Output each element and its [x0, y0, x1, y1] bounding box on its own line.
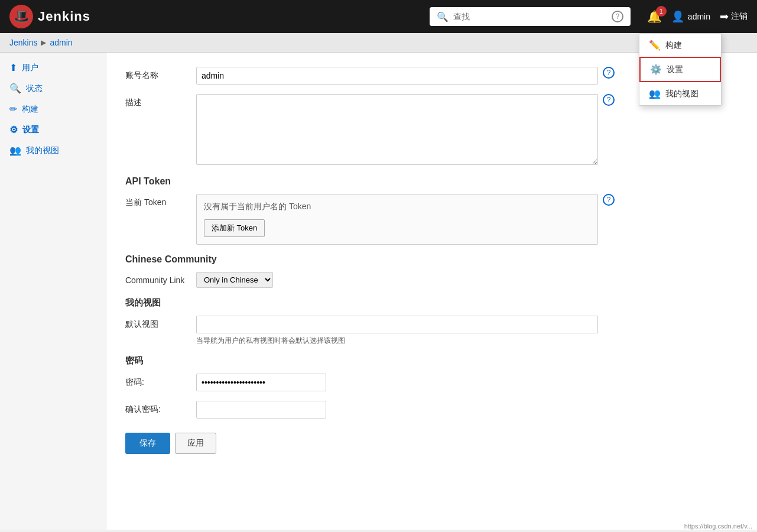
build-pencil-icon: ✏: [9, 103, 17, 115]
community-link-field: Only in Chinese All None: [196, 272, 598, 288]
sidebar-item-myviews[interactable]: 👥 我的视图: [0, 140, 106, 161]
sidebar-item-status[interactable]: 🔍 状态: [0, 78, 106, 99]
logout-button[interactable]: ➡ 注销: [720, 10, 748, 23]
default-view-hint: 当导航为用户的私有视图时将会默认选择该视图: [196, 336, 598, 346]
community-link-label: Community Link: [125, 272, 196, 285]
jenkins-logo-icon: 🎩: [9, 5, 33, 28]
user-icon: 👤: [671, 10, 684, 23]
current-token-label: 当前 Token: [125, 194, 196, 208]
dropdown-item-myviews[interactable]: 👥 我的视图: [639, 82, 721, 105]
password-label: 密码:: [125, 374, 196, 388]
search-bar: 🔍 ?: [430, 7, 631, 26]
default-view-input[interactable]: [196, 316, 598, 333]
notification-button[interactable]: 🔔 1: [647, 9, 662, 24]
community-link-row: Community Link Only in Chinese All None: [125, 272, 738, 288]
form-actions: 保存 应用: [125, 433, 738, 454]
sidebar-label-settings: 设置: [22, 125, 39, 135]
community-link-select[interactable]: Only in Chinese All None: [196, 272, 273, 288]
logout-label: 注销: [731, 11, 748, 22]
myviews-people-icon: 👥: [9, 145, 21, 156]
password-input[interactable]: [196, 374, 326, 391]
password-row: 密码:: [125, 374, 738, 391]
logout-icon: ➡: [720, 10, 729, 23]
account-name-label: 账号名称: [125, 67, 196, 81]
sidebar-label-myviews: 我的视图: [26, 145, 59, 156]
token-box-field: 没有属于当前用户名的 Token 添加新 Token: [196, 194, 598, 245]
sidebar-item-users[interactable]: ⬆ 用户: [0, 57, 106, 78]
password-section-header: 密码: [125, 355, 738, 366]
dropdown-item-settings[interactable]: ⚙️ 设置: [639, 57, 721, 82]
confirm-password-row: 确认密码:: [125, 401, 738, 419]
token-empty-text: 没有属于当前用户名的 Token: [204, 202, 590, 212]
logo[interactable]: 🎩 Jenkins: [9, 5, 90, 28]
default-view-field: 当导航为用户的私有视图时将会默认选择该视图: [196, 316, 598, 346]
save-button[interactable]: 保存: [125, 433, 170, 454]
description-label: 描述: [125, 94, 196, 108]
search-input[interactable]: [453, 12, 607, 21]
current-token-row: 当前 Token 没有属于当前用户名的 Token 添加新 Token ?: [125, 194, 738, 245]
api-token-section-header: API Token: [125, 176, 738, 187]
account-help-icon[interactable]: ?: [603, 67, 615, 79]
settings-icon: ⚙️: [650, 64, 662, 75]
password-field: [196, 374, 598, 391]
header: 🎩 Jenkins 🔍 ? 🔔 1 👤 admin ➡ 注销 ✏️ 构建 ⚙️ …: [0, 0, 757, 33]
sidebar-label-build: 构建: [22, 104, 38, 115]
footer-url: https://blog.csdn.net/v...: [684, 523, 752, 530]
status-icon: 🔍: [9, 83, 21, 94]
header-title: Jenkins: [38, 9, 90, 24]
search-icon: 🔍: [437, 11, 449, 22]
dropdown-item-build[interactable]: ✏️ 构建: [639, 34, 721, 57]
account-name-field: [196, 67, 598, 85]
username-label: admin: [688, 12, 710, 21]
sidebar: ⬆ 用户 🔍 状态 ✏ 构建 ⚙ 设置 👥 我的视图: [0, 53, 106, 530]
user-menu-button[interactable]: 👤 admin: [671, 10, 710, 23]
notification-badge: 1: [656, 6, 667, 17]
sidebar-label-status: 状态: [26, 83, 43, 94]
confirm-password-field: [196, 401, 598, 419]
description-help-icon[interactable]: ?: [603, 94, 615, 106]
sidebar-item-settings[interactable]: ⚙ 设置: [0, 119, 106, 140]
token-help-icon[interactable]: ?: [603, 194, 615, 206]
token-box: 没有属于当前用户名的 Token 添加新 Token: [196, 194, 598, 245]
confirm-password-input[interactable]: [196, 401, 326, 419]
search-help-icon[interactable]: ?: [612, 11, 623, 22]
description-input[interactable]: [196, 94, 598, 165]
dropdown-build-label: 构建: [665, 40, 682, 51]
build-icon: ✏️: [649, 40, 661, 51]
sidebar-label-users: 用户: [22, 63, 38, 73]
description-field: [196, 94, 598, 167]
chinese-community-section-header: Chinese Community: [125, 254, 738, 265]
breadcrumb-root[interactable]: Jenkins: [9, 38, 37, 47]
default-view-row: 默认视图 当导航为用户的私有视图时将会默认选择该视图: [125, 316, 738, 346]
apply-button[interactable]: 应用: [175, 433, 216, 454]
dropdown-myviews-label: 我的视图: [665, 89, 698, 99]
settings-gear-icon: ⚙: [9, 124, 18, 135]
account-name-input[interactable]: [196, 67, 598, 85]
sidebar-item-build[interactable]: ✏ 构建: [0, 99, 106, 119]
myviews-icon: 👥: [649, 88, 661, 99]
breadcrumb-current[interactable]: admin: [50, 38, 72, 47]
main-layout: ⬆ 用户 🔍 状态 ✏ 构建 ⚙ 设置 👥 我的视图 账号名称 ?: [0, 53, 757, 530]
header-right: 🔔 1 👤 admin ➡ 注销: [647, 9, 748, 24]
user-dropdown-menu: ✏️ 构建 ⚙️ 设置 👥 我的视图: [639, 33, 722, 106]
users-arrow-icon: ⬆: [9, 62, 17, 73]
main-content: 账号名称 ? 描述 ? API Token 当前 Token 没有属于当前用户名…: [106, 53, 757, 530]
breadcrumb-separator: ▶: [41, 38, 46, 47]
my-views-section-header: 我的视图: [125, 297, 738, 309]
default-view-label: 默认视图: [125, 316, 196, 330]
add-token-button[interactable]: 添加新 Token: [204, 219, 265, 237]
confirm-password-label: 确认密码:: [125, 401, 196, 415]
dropdown-settings-label: 设置: [667, 64, 683, 75]
